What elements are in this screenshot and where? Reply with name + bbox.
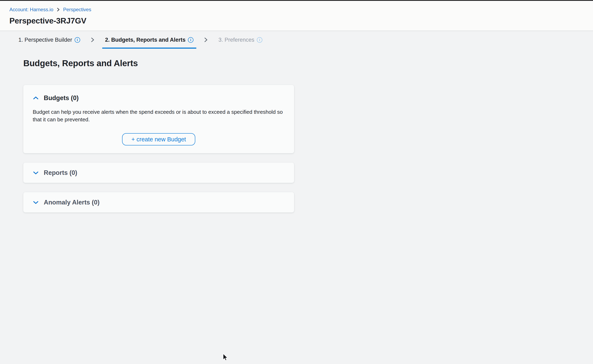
tab-preferences[interactable]: 3. Preferences i bbox=[215, 31, 265, 49]
card-stack: Budgets (0) Budget can help you receive … bbox=[23, 85, 294, 212]
chevron-right-icon bbox=[90, 31, 95, 49]
tab-budgets-reports-alerts[interactable]: 2. Budgets, Reports and Alerts i bbox=[102, 31, 197, 49]
info-icon[interactable]: i bbox=[188, 37, 193, 43]
budgets-card: Budgets (0) Budget can help you receive … bbox=[23, 85, 294, 153]
section-heading: Budgets, Reports and Alerts bbox=[23, 58, 593, 68]
info-icon[interactable]: i bbox=[257, 37, 262, 43]
tab-label: 2. Budgets, Reports and Alerts bbox=[105, 37, 186, 43]
page-title: Perspective-3RJ7GV bbox=[9, 16, 593, 25]
tab-label: 1. Perspective Builder bbox=[18, 37, 72, 43]
anomaly-alerts-card-title: Anomaly Alerts (0) bbox=[44, 199, 100, 206]
breadcrumb-link-perspectives[interactable]: Perspectives bbox=[63, 6, 91, 13]
main-content: Budgets, Reports and Alerts Budgets (0) … bbox=[0, 49, 593, 212]
budgets-card-title: Budgets (0) bbox=[44, 94, 79, 102]
create-new-budget-button[interactable]: + create new Budget bbox=[122, 133, 195, 145]
anomaly-alerts-expand-toggle[interactable]: Anomaly Alerts (0) bbox=[33, 199, 100, 206]
breadcrumb-link-account[interactable]: Account: Harness.io bbox=[9, 6, 53, 13]
chevron-right-icon bbox=[204, 31, 208, 49]
breadcrumb: Account: Harness.io Perspectives bbox=[9, 6, 593, 13]
page-header: Account: Harness.io Perspectives Perspec… bbox=[0, 1, 593, 31]
budgets-description: Budget can help you receive alerts when … bbox=[33, 108, 285, 123]
tab-label: 3. Preferences bbox=[218, 37, 254, 43]
reports-card-title: Reports (0) bbox=[44, 169, 77, 176]
chevron-down-icon bbox=[33, 171, 39, 175]
info-icon[interactable]: i bbox=[75, 37, 80, 43]
anomaly-alerts-card: Anomaly Alerts (0) bbox=[23, 192, 294, 212]
reports-expand-toggle[interactable]: Reports (0) bbox=[33, 169, 77, 176]
chevron-right-icon bbox=[57, 7, 60, 12]
reports-card: Reports (0) bbox=[23, 162, 294, 183]
budgets-collapse-toggle[interactable]: Budgets (0) bbox=[33, 94, 285, 102]
chevron-down-icon bbox=[33, 200, 39, 204]
mouse-cursor-icon bbox=[223, 353, 228, 362]
tab-perspective-builder[interactable]: 1. Perspective Builder i bbox=[15, 31, 83, 49]
wizard-tab-strip: 1. Perspective Builder i 2. Budgets, Rep… bbox=[0, 31, 593, 49]
chevron-up-icon bbox=[33, 96, 39, 100]
